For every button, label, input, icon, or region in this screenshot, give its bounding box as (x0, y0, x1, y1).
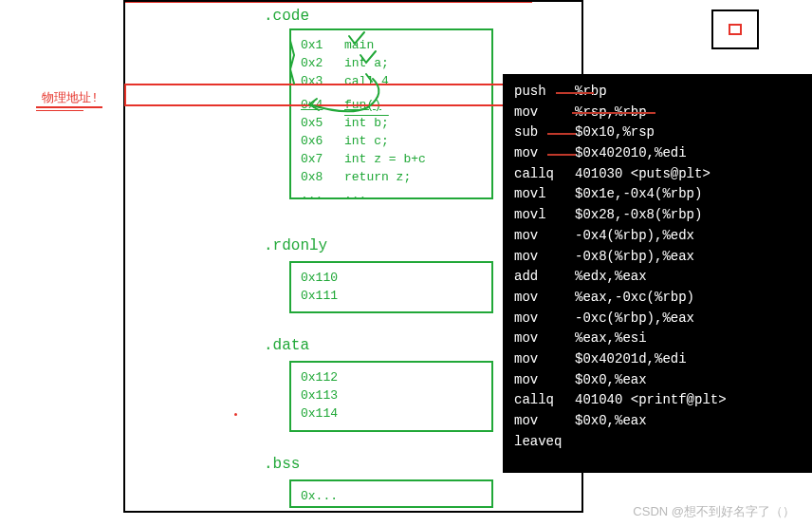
asm-row: mov$0x0,%eax (514, 370, 801, 391)
addr: 0x1 (301, 36, 327, 54)
asm-row: mov-0xc(%rbp),%eax (514, 309, 801, 329)
asm-row: callq401030 <puts@plt> (514, 164, 801, 185)
top-right-decorator (711, 9, 759, 49)
addr: 0x111 (301, 287, 327, 305)
addr: 0x8 (301, 168, 327, 186)
code-row: 0x1main (301, 36, 482, 54)
instr: int c; (344, 132, 389, 150)
asm-row: add%edx,%eax (514, 267, 801, 288)
code-row: 0x7int z = b+c (301, 150, 482, 168)
instr: return z; (344, 168, 411, 186)
addr: 0x110 (301, 269, 327, 287)
asm-op: mov (514, 288, 575, 309)
asm-row: mov$0x0,%eax (514, 411, 801, 432)
addr: 0x5 (301, 114, 327, 132)
addr: 0x2 (301, 54, 327, 72)
asm-row: mov$0x40201d,%edi (514, 349, 801, 370)
asm-op: movl (514, 184, 575, 205)
asm-op: mov (514, 226, 575, 247)
asm-op: movl (514, 205, 575, 226)
asm-op: mov (514, 349, 575, 370)
section-label-data: .data (264, 337, 309, 354)
code-row: 0x2int a; (301, 54, 482, 72)
asm-arg: $0x402010,%edi (575, 143, 687, 164)
code-row: ...... (301, 186, 482, 204)
asm-row: movl$0x1e,-0x4(%rbp) (514, 184, 801, 205)
asm-arg: $0x0,%eax (575, 411, 647, 432)
asm-arg: $0x40201d,%edi (575, 349, 687, 370)
asm-arg: 401030 <puts@plt> (575, 164, 710, 185)
rdonly-row: 0x110 (301, 269, 482, 287)
asm-op: mov (514, 329, 575, 349)
red-underline (36, 110, 83, 111)
asm-row: mov%eax,-0xc(%rbp) (514, 288, 801, 309)
asm-arg: %eax,%esi (575, 329, 647, 349)
asm-arg: 401040 <printf@plt> (575, 390, 727, 411)
instr: main (344, 36, 374, 54)
addr: 0x7 (301, 150, 327, 168)
asm-row: leaveq (514, 432, 801, 453)
addr: 0x... (301, 487, 327, 505)
red-underline (36, 106, 102, 108)
asm-row: mov%eax,%esi (514, 329, 801, 349)
instr: int z = b+c (344, 150, 426, 168)
asm-row: movl$0x28,-0x8(%rbp) (514, 205, 801, 226)
asm-op: leaveq (514, 432, 575, 453)
section-label-code: .code (264, 8, 309, 25)
asm-arg: $0x0,%eax (575, 370, 647, 391)
csdn-watermark: CSDN @想不到好名字了（） (633, 503, 795, 520)
code-row: 0x6int c; (301, 132, 482, 150)
section-label-rdonly: .rdonly (264, 237, 327, 254)
data-row: 0x112 (301, 368, 482, 386)
addr: ... (301, 186, 327, 204)
asm-row: callq401040 <printf@plt> (514, 390, 801, 411)
asm-op: mov (514, 370, 575, 391)
addr: 0x114 (301, 404, 327, 423)
asm-op: callq (514, 390, 575, 411)
bss-section-box: 0x... (289, 479, 493, 508)
red-underline-asm (572, 112, 655, 114)
asm-arg: -0x8(%rbp),%eax (575, 247, 694, 268)
instr: int b; (344, 114, 389, 132)
asm-row: mov-0x8(%rbp),%eax (514, 247, 801, 268)
rdonly-section-box: 0x110 0x111 (289, 261, 493, 313)
asm-row: mov%rsp,%rbp (514, 103, 801, 123)
asm-row: mov-0x4(%rbp),%edx (514, 226, 801, 247)
red-underline-asm (547, 154, 576, 156)
addr: 0x112 (301, 368, 327, 386)
asm-op: mov (514, 247, 575, 268)
red-underline-asm (556, 92, 594, 94)
bss-row: 0x... (301, 487, 482, 505)
highlight-red-box (124, 84, 527, 106)
asm-arg: %edx,%eax (575, 267, 647, 288)
instr: ... (344, 186, 366, 204)
section-label-bss: .bss (264, 456, 300, 473)
asm-op: mov (514, 309, 575, 329)
asm-arg: %eax,-0xc(%rbp) (575, 288, 694, 309)
data-row: 0x114 (301, 404, 482, 423)
asm-arg: $0x1e,-0x4(%rbp) (575, 184, 702, 205)
red-underline-asm (547, 133, 576, 135)
code-row: 0x8return z; (301, 168, 482, 186)
code-section-box: 0x1main 0x2int a; 0x3call 4 0x4fun() 0x5… (289, 28, 493, 199)
asm-op: mov (514, 411, 575, 432)
addr: 0x113 (301, 386, 327, 404)
addr: 0x6 (301, 132, 327, 150)
asm-arg: -0xc(%rbp),%eax (575, 309, 694, 329)
data-row: 0x113 (301, 386, 482, 404)
asm-op: mov (514, 103, 575, 123)
small-red-square-icon (729, 24, 742, 35)
asm-op: callq (514, 164, 575, 185)
asm-arg: $0x28,-0x8(%rbp) (575, 205, 702, 226)
rdonly-row: 0x111 (301, 287, 482, 305)
data-section-box: 0x112 0x113 0x114 (289, 361, 493, 432)
instr: int a; (344, 54, 389, 72)
red-dot (234, 413, 237, 416)
code-row: 0x5int b; (301, 114, 482, 132)
asm-arg: -0x4(%rbp),%edx (575, 226, 694, 247)
asm-arg: $0x10,%rsp (575, 122, 655, 143)
physical-address-label: 物理地址! (42, 89, 99, 106)
asm-op: add (514, 267, 575, 288)
